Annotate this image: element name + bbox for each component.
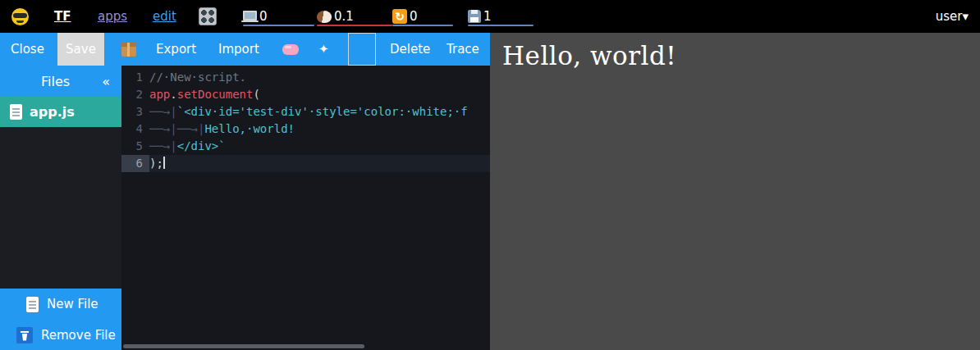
- close-button[interactable]: Close: [11, 33, 44, 66]
- save-button[interactable]: Save: [57, 33, 104, 66]
- line-number: 4: [121, 120, 149, 138]
- metric-laptop-value: 0: [259, 9, 268, 24]
- blank-button[interactable]: [348, 33, 376, 66]
- metric-repeat-bar: [392, 25, 453, 26]
- collapse-sidebar-icon[interactable]: «: [102, 74, 110, 89]
- files-title: Files: [41, 74, 70, 89]
- smiley-sunglasses-icon[interactable]: [11, 0, 29, 33]
- sparkles-icon[interactable]: ✦: [318, 33, 329, 66]
- control-knobs-icon[interactable]: [199, 0, 217, 33]
- hamster-icon: [317, 11, 332, 23]
- soap-icon[interactable]: [282, 33, 299, 66]
- line-number: 5: [121, 138, 149, 155]
- tab-marker: ──→|: [149, 122, 177, 135]
- metric-hamster-bar: [317, 25, 392, 26]
- tab-marker: ──→|: [177, 122, 205, 135]
- code-line-5: 5 ──→|</div>`: [121, 138, 490, 155]
- code-line-4: 4 ──→|──→|Hello,·world!: [121, 120, 490, 138]
- code-line-1: 1 //·New·script.: [121, 69, 490, 86]
- repeat-icon: ↻: [392, 9, 407, 24]
- nav-link-apps[interactable]: apps: [98, 0, 127, 33]
- document-icon: [10, 104, 22, 120]
- remove-file-button[interactable]: Remove File: [0, 320, 121, 350]
- editor-workspace: Close Save Export Import ✦ Delete Trace …: [0, 33, 490, 350]
- preview-panel: Hello, world!: [490, 33, 980, 350]
- metric-floppy-bar: [468, 25, 534, 26]
- export-button[interactable]: Export: [156, 33, 196, 66]
- remove-file-icon: [16, 327, 33, 343]
- metric-laptop-bar: [243, 25, 314, 26]
- import-button[interactable]: Import: [218, 33, 259, 66]
- line-number: 6: [121, 155, 149, 172]
- metric-floppy-value: 1: [483, 9, 492, 24]
- tab-marker: ──→|: [149, 139, 177, 152]
- metric-hamster[interactable]: 0.1: [317, 0, 392, 33]
- metric-hamster-value: 0.1: [334, 9, 354, 24]
- top-bar: TF apps edit 0 0.1 ↻ 0: [0, 0, 980, 33]
- nav-link-tf[interactable]: TF: [54, 0, 71, 33]
- delete-button[interactable]: Delete: [390, 33, 430, 66]
- metric-laptop[interactable]: 0: [243, 0, 314, 33]
- line-number: 1: [121, 69, 149, 86]
- package-icon[interactable]: [121, 33, 136, 66]
- trace-button[interactable]: Trace: [446, 33, 479, 66]
- new-file-icon: [26, 297, 39, 312]
- nav-link-edit[interactable]: edit: [153, 0, 176, 33]
- line-number: 2: [121, 86, 149, 103]
- editor-toolbar: Close Save Export Import ✦ Delete Trace: [0, 33, 490, 66]
- file-name: app.js: [30, 104, 75, 120]
- text-cursor: [163, 157, 165, 169]
- user-menu[interactable]: user▾: [936, 0, 969, 33]
- preview-heading: Hello, world!: [502, 41, 980, 70]
- file-item-appjs[interactable]: app.js: [0, 97, 121, 127]
- line-number: 3: [121, 103, 149, 120]
- code-line-6-active: 6 );: [121, 155, 490, 172]
- code-line-2: 2 app.setDocument(: [121, 86, 490, 103]
- laptop-icon: [243, 11, 257, 20]
- floppy-icon: [468, 10, 481, 23]
- code-line-3: 3 ──→|`<div·id='test-div'·style='color:·…: [121, 103, 490, 120]
- metric-repeat-value: 0: [410, 9, 418, 24]
- files-sidebar: Files « app.js New File Remove File: [0, 66, 121, 350]
- metric-repeat[interactable]: ↻ 0: [392, 0, 453, 33]
- tab-marker: ──→|: [149, 105, 177, 118]
- metric-floppy[interactable]: 1: [468, 0, 534, 33]
- app-window: TF apps edit 0 0.1 ↻ 0: [0, 0, 980, 350]
- new-file-label: New File: [47, 297, 98, 311]
- new-file-button[interactable]: New File: [0, 289, 121, 320]
- code-editor[interactable]: 1 //·New·script. 2 app.setDocument( 3 ──…: [121, 66, 490, 350]
- remove-file-label: Remove File: [41, 328, 116, 343]
- horizontal-scrollbar[interactable]: [123, 344, 364, 348]
- files-header: Files «: [0, 66, 121, 97]
